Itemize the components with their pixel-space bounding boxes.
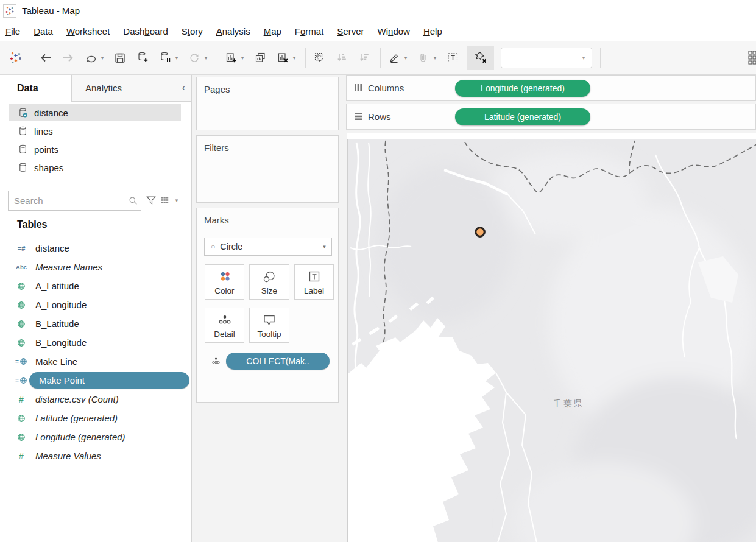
globe-icon [15, 320, 28, 328]
new-worksheet-icon[interactable] [223, 49, 239, 67]
field-measure-names[interactable]: Abc Measure Names [0, 258, 191, 276]
datasource-item-points[interactable]: points [0, 140, 191, 158]
field-latitude-generated[interactable]: Latitude (generated) [0, 409, 191, 428]
mark-type-caret[interactable]: ▾ [317, 238, 331, 255]
menu-file[interactable]: File [5, 26, 20, 37]
rows-icon [354, 111, 362, 122]
map-artwork: 千葉県 [348, 139, 756, 542]
field-measure-values[interactable]: # Measure Values [0, 446, 191, 465]
field-longitude-generated[interactable]: Longitude (generated) [0, 428, 191, 446]
divider [0, 183, 191, 183]
undo-icon[interactable] [38, 49, 54, 67]
search-icon [129, 196, 138, 208]
field-distance-csv-count[interactable]: # distance.csv (Count) [0, 390, 191, 409]
menu-window[interactable]: Window [378, 26, 410, 37]
columns-icon [354, 83, 362, 94]
number-icon: # [15, 395, 28, 404]
new-worksheet-dropdown-caret[interactable]: ▾ [239, 55, 246, 61]
sort-ascending-icon[interactable] [334, 49, 350, 67]
datasource-item-distance[interactable]: distance [0, 104, 191, 122]
field-make-line[interactable]: = Make Line [0, 352, 191, 371]
refresh-dropdown-caret[interactable]: ▾ [203, 55, 209, 61]
highlight-dropdown-caret[interactable]: ▾ [403, 55, 409, 61]
view-options-icon[interactable]: ▾ [160, 196, 180, 205]
field-a-longitude[interactable]: A_Longitude [0, 295, 191, 314]
pause-updates-dropdown-caret[interactable]: ▾ [174, 55, 180, 61]
rows-shelf[interactable]: Rows Latitude (generated) [346, 104, 756, 130]
detail-icon [205, 314, 244, 327]
field-b-latitude[interactable]: B_Latitude [0, 314, 191, 333]
tab-analytics[interactable]: Analytics ‹ [72, 75, 191, 102]
label-button[interactable]: Label [294, 264, 334, 300]
database-icon [19, 126, 27, 136]
datasource-item-shapes[interactable]: shapes [0, 158, 191, 177]
size-icon [250, 270, 289, 284]
duplicate-sheet-icon[interactable] [252, 49, 268, 67]
marks-title: Marks [197, 208, 338, 225]
sort-descending-icon[interactable] [356, 49, 372, 67]
search-input[interactable] [8, 191, 141, 211]
field-b-longitude[interactable]: B_Longitude [0, 333, 191, 352]
tab-data[interactable]: Data [0, 75, 72, 102]
group-dropdown-caret[interactable]: ▾ [432, 55, 438, 61]
mark-type-dropdown[interactable]: ○ Circle ▾ [204, 238, 332, 256]
columns-shelf[interactable]: Columns Longitude (generated) [346, 75, 756, 101]
menu-help[interactable]: Help [423, 26, 442, 37]
show-mark-labels-icon[interactable] [445, 49, 461, 67]
view-options-caret[interactable]: ▾ [174, 197, 180, 203]
titlebar: Tableau - Map [0, 0, 756, 21]
group-members-icon[interactable] [415, 49, 431, 67]
menu-format[interactable]: Format [295, 26, 324, 37]
refresh-datasource-icon[interactable] [186, 49, 202, 67]
pages-shelf[interactable]: Pages [196, 77, 339, 130]
menu-server[interactable]: Server [337, 26, 364, 37]
abc-icon: Abc [15, 264, 28, 270]
filters-shelf[interactable]: Filters [196, 135, 339, 203]
globe-icon [15, 301, 28, 309]
swap-rows-columns-icon[interactable] [311, 49, 327, 67]
replay-dropdown-caret[interactable]: ▾ [99, 55, 105, 61]
datasource-item-lines[interactable]: lines [0, 122, 191, 140]
menu-story[interactable]: Story [182, 26, 203, 37]
pause-auto-updates-icon[interactable] [157, 49, 173, 67]
collect-pill[interactable]: COLLECT(Mak.. [226, 353, 330, 370]
save-icon[interactable] [112, 49, 128, 67]
field-make-point[interactable]: = Make Point [0, 371, 191, 390]
globe-icon [15, 339, 28, 347]
tableau-window: Tableau - Map File Data Worksheet Dashbo… [0, 0, 756, 542]
filter-fields-icon[interactable] [146, 195, 157, 208]
pane-tabstrip: Data Analytics ‹ [0, 75, 191, 102]
datasource-label: points [34, 144, 58, 155]
tables-header: Tables [17, 219, 48, 230]
replay-animation-icon[interactable] [83, 49, 99, 67]
menu-map[interactable]: Map [264, 26, 281, 37]
field-distance[interactable]: =# distance [0, 239, 191, 258]
fit-selector[interactable]: ▾ [501, 48, 592, 68]
tableau-logo-icon[interactable] [8, 49, 24, 67]
fix-axes-icon[interactable] [467, 46, 494, 70]
map-canvas[interactable]: 千葉県 [347, 139, 756, 542]
fit-selector-caret[interactable]: ▾ [581, 55, 587, 61]
collapse-pane-icon[interactable]: ‹ [182, 82, 185, 93]
tooltip-button[interactable]: Tooltip [249, 308, 289, 343]
clear-sheet-dropdown-caret[interactable]: ▾ [291, 55, 297, 61]
clear-sheet-icon[interactable] [275, 49, 291, 67]
rows-pill-latitude[interactable]: Latitude (generated) [455, 108, 590, 125]
redo-icon[interactable] [60, 49, 76, 67]
size-button[interactable]: Size [249, 264, 289, 300]
new-datasource-icon[interactable] [135, 49, 150, 67]
map-marker[interactable] [476, 228, 485, 237]
field-a-latitude[interactable]: A_Latitude [0, 276, 191, 295]
menu-worksheet[interactable]: Worksheet [66, 26, 110, 37]
label-icon [295, 270, 333, 283]
columns-pill-longitude[interactable]: Longitude (generated) [455, 80, 590, 97]
highlight-icon[interactable] [386, 49, 402, 67]
menu-dashboard[interactable]: Dashboard [123, 26, 168, 37]
selected-field-pill[interactable]: Make Point [29, 372, 189, 389]
menu-data[interactable]: Data [34, 26, 53, 37]
show-me-icon[interactable] [748, 49, 756, 69]
toolbar-separator [217, 48, 217, 68]
detail-button[interactable]: Detail [205, 308, 244, 343]
color-button[interactable]: Color [205, 264, 244, 300]
menu-analysis[interactable]: Analysis [216, 26, 250, 37]
